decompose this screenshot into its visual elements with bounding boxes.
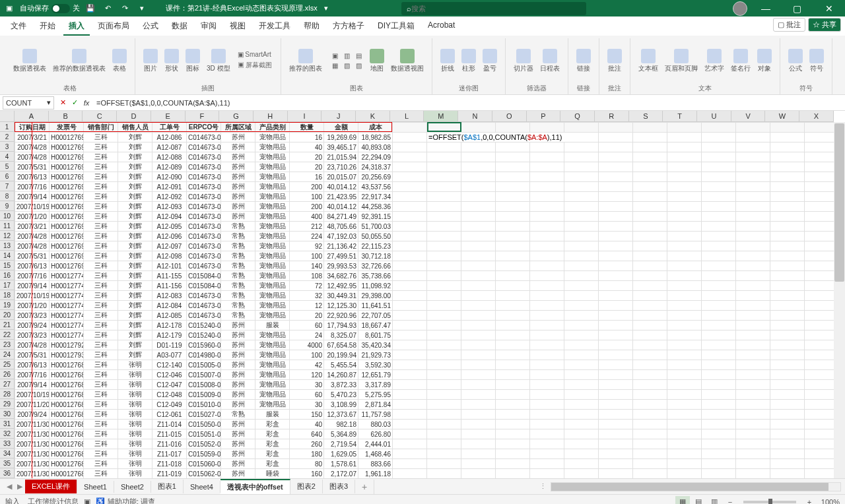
cell-D27[interactable]: 张明	[118, 380, 152, 390]
cell-G16[interactable]: 常熟	[221, 271, 255, 281]
cell-N20[interactable]	[461, 311, 496, 321]
cell-V31[interactable]	[736, 420, 770, 429]
cell-S34[interactable]	[633, 449, 667, 459]
cell-P14[interactable]	[530, 251, 564, 261]
cell-F15[interactable]: C014673-019	[187, 261, 221, 271]
cell-B19[interactable]: H00012774	[50, 301, 84, 311]
cell-C35[interactable]: 三科	[84, 459, 118, 469]
cell-L29[interactable]	[393, 400, 427, 410]
cell-J15[interactable]: 29,993.53	[324, 261, 358, 271]
cell-U13[interactable]	[702, 241, 736, 251]
sheet-tab-EXCEL课件[interactable]: EXCEL课件	[25, 480, 77, 493]
cell-E14[interactable]: A12-098	[152, 251, 187, 261]
ribbon-艺术字[interactable]: 艺术字	[703, 47, 726, 73]
cell-L34[interactable]	[393, 449, 427, 459]
cell-M28[interactable]	[427, 390, 461, 400]
cell-R33[interactable]	[599, 439, 633, 449]
cell-K20[interactable]: 22,707.05	[358, 311, 393, 321]
cell-M6[interactable]	[427, 172, 461, 182]
cell-G22[interactable]: 苏州	[221, 331, 255, 340]
cell-P11[interactable]	[530, 222, 564, 232]
cell-D33[interactable]: 张明	[118, 439, 152, 449]
cell-L25[interactable]	[393, 360, 427, 370]
cell-D6[interactable]: 刘辉	[118, 172, 152, 182]
cell-I10[interactable]: 400	[290, 212, 324, 222]
cell-Q27[interactable]	[564, 380, 599, 390]
cell-X25[interactable]	[805, 360, 834, 370]
cell-Q20[interactable]	[564, 311, 599, 321]
cell-U12[interactable]	[702, 232, 736, 241]
ribbon-页眉和页脚[interactable]: 页眉和页脚	[663, 47, 699, 73]
cell-Q4[interactable]	[564, 152, 599, 162]
cell-N11[interactable]	[461, 222, 496, 232]
cell-P3[interactable]	[530, 142, 564, 152]
cell-H15[interactable]: 宠物用品	[255, 261, 290, 271]
cell-D18[interactable]: 刘辉	[118, 291, 152, 301]
cell-J19[interactable]: 12,125.30	[324, 301, 358, 311]
cell-G8[interactable]: 苏州	[221, 192, 255, 202]
cell-I19[interactable]: 12	[290, 301, 324, 311]
cell-V8[interactable]	[736, 192, 770, 202]
sheet-tab-图表1[interactable]: 图表1	[151, 480, 184, 493]
cell-Q8[interactable]	[564, 192, 599, 202]
cell-N17[interactable]	[461, 281, 496, 291]
cell-M2[interactable]: =OFFSET($A$1,0,0,COUNTA($A:$A),11)	[427, 133, 599, 142]
cell-O13[interactable]	[496, 241, 530, 251]
cell-N26[interactable]	[461, 370, 496, 380]
cell-M27[interactable]	[427, 380, 461, 390]
ribbon-文本框[interactable]: 文本框	[637, 47, 659, 73]
search-box[interactable]: ⌕	[401, 2, 586, 15]
cell-R23[interactable]	[599, 340, 633, 350]
cell-T6[interactable]	[667, 172, 702, 182]
cell-J20[interactable]: 22,920.96	[324, 311, 358, 321]
cell-U31[interactable]	[702, 420, 736, 429]
cell-X22[interactable]	[805, 331, 834, 340]
cell-O33[interactable]	[496, 439, 530, 449]
cell-F28[interactable]: C015009-001	[187, 390, 221, 400]
cell-B13[interactable]: H00012769	[50, 241, 84, 251]
cell-E20[interactable]: A12-085	[152, 311, 187, 321]
cell-E29[interactable]: C12-049	[152, 400, 187, 410]
cell-X12[interactable]	[805, 232, 834, 241]
cell-K23[interactable]: 35,420.34	[358, 340, 393, 350]
cell-Q10[interactable]	[564, 212, 599, 222]
cell-V1[interactable]	[736, 123, 770, 133]
cell-X21[interactable]	[805, 321, 834, 331]
cell-U4[interactable]	[702, 152, 736, 162]
cell-W10[interactable]	[770, 212, 805, 222]
cell-R32[interactable]	[599, 429, 633, 439]
cell-L32[interactable]	[393, 429, 427, 439]
tab-帮助[interactable]: 帮助	[298, 18, 325, 36]
cell-M31[interactable]	[427, 420, 461, 429]
cell-N29[interactable]	[461, 400, 496, 410]
fx-button[interactable]: fx	[81, 99, 92, 107]
cell-J14[interactable]: 27,499.51	[324, 251, 358, 261]
cell-S19[interactable]	[633, 301, 667, 311]
cell-G26[interactable]: 苏州	[221, 370, 255, 380]
cell-X27[interactable]	[805, 380, 834, 390]
cell-I21[interactable]: 60	[290, 321, 324, 331]
row-header-29[interactable]: 29	[0, 399, 15, 409]
cell-P35[interactable]	[530, 459, 564, 469]
maximize-button[interactable]: ▢	[784, 0, 811, 16]
cell-O5[interactable]	[496, 162, 530, 172]
filename-label[interactable]: 课件：第21讲-经典Excel动态图表实现原理.xlsx	[166, 3, 318, 13]
cell-F23[interactable]: C015960-001	[187, 340, 221, 350]
cell-I12[interactable]: 224	[290, 232, 324, 241]
cell-D29[interactable]: 张明	[118, 400, 152, 410]
cell-N6[interactable]	[461, 172, 496, 182]
cell-L14[interactable]	[393, 251, 427, 261]
cell-C30[interactable]: 三科	[84, 410, 118, 420]
row-header-33[interactable]: 33	[0, 439, 15, 449]
cell-L26[interactable]	[393, 370, 427, 380]
cell-B24[interactable]: H00012793	[50, 350, 84, 360]
cell-F1[interactable]: ERPCO号	[187, 123, 221, 133]
cell-I15[interactable]: 140	[290, 261, 324, 271]
cell-W3[interactable]	[770, 142, 805, 152]
cell-I28[interactable]: 60	[290, 390, 324, 400]
cell-C13[interactable]: 三科	[84, 241, 118, 251]
cell-E5[interactable]: A12-089	[152, 162, 187, 172]
cell-P28[interactable]	[530, 390, 564, 400]
cell-O10[interactable]	[496, 212, 530, 222]
cell-S27[interactable]	[633, 380, 667, 390]
